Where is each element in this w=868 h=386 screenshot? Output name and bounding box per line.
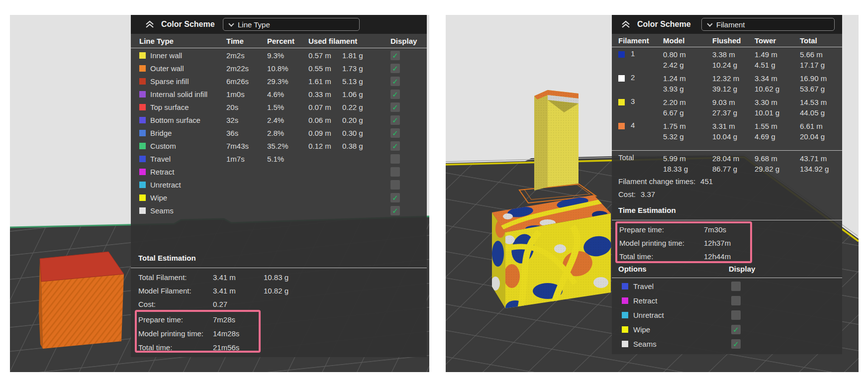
panel-title: Color Scheme bbox=[637, 20, 691, 29]
filament-stats-panel: Color Scheme Filament Filament Model Flu… bbox=[612, 15, 842, 354]
time-label: Model printing time: bbox=[619, 239, 704, 247]
table-row: Retract bbox=[131, 165, 427, 178]
display-checkbox[interactable]: ✓ bbox=[390, 115, 400, 125]
option-row: Retract bbox=[612, 293, 842, 308]
color-swatch bbox=[139, 52, 146, 59]
option-label: Retract bbox=[633, 296, 657, 305]
time-rows: Prepare time:7m28s Model printing time:1… bbox=[131, 312, 427, 354]
display-checkbox[interactable]: ✓ bbox=[390, 64, 400, 73]
time-label: Model printing time: bbox=[138, 329, 213, 338]
display-checkbox[interactable] bbox=[390, 180, 400, 190]
row-label: Internal solid infill bbox=[150, 90, 207, 98]
row-label: Unretract bbox=[150, 181, 181, 189]
color-scheme-dropdown[interactable]: Line Type bbox=[223, 18, 360, 31]
color-swatch bbox=[139, 207, 146, 214]
color-swatch bbox=[139, 65, 146, 72]
divider bbox=[612, 220, 842, 220]
color-swatch bbox=[622, 341, 628, 347]
color-swatch bbox=[139, 117, 146, 123]
right-screenshot: Color Scheme Filament Filament Model Flu… bbox=[446, 15, 859, 372]
row-label: Custom bbox=[150, 142, 176, 150]
table-row: 32.20 m6.67 g9.03 m27.37 g3.30 m10.01 g1… bbox=[612, 96, 842, 119]
display-checkbox[interactable] bbox=[390, 154, 400, 164]
filament-swatch bbox=[618, 75, 625, 82]
option-label: Travel bbox=[633, 282, 654, 290]
total-row: Total 5.99 m18.33 g 28.04 m86.77 g 9.68 … bbox=[612, 151, 842, 174]
row-label: Bottom surface bbox=[150, 116, 200, 124]
time-label: Total time: bbox=[138, 343, 213, 352]
display-checkbox[interactable]: ✓ bbox=[390, 206, 400, 215]
table-row: Wipe✓ bbox=[131, 191, 427, 204]
table-row: Bridge36s2.8%0.09 m0.30 g✓ bbox=[131, 126, 427, 139]
option-row: Wipe✓ bbox=[612, 322, 842, 337]
display-checkbox[interactable]: ✓ bbox=[390, 128, 400, 138]
chevron-down-icon bbox=[228, 21, 234, 26]
filament-number: 3 bbox=[631, 97, 635, 119]
table-row: Outer wall2m22s10.8%0.55 m1.73 g✓ bbox=[131, 62, 427, 75]
table-row: Custom7m43s35.2%0.12 m0.38 g✓ bbox=[131, 139, 427, 152]
time-value: 14m28s bbox=[213, 329, 239, 338]
stat-weight: 10.83 g bbox=[264, 273, 289, 282]
options-title: Options bbox=[618, 265, 647, 273]
option-row: Unretract bbox=[612, 308, 842, 322]
table-row: Unretract bbox=[131, 178, 427, 191]
row-label: Seams bbox=[150, 206, 174, 215]
display-checkbox[interactable]: ✓ bbox=[390, 51, 400, 60]
line-type-rows: Inner wall2m2s9.3%0.57 m1.81 g✓ Outer wa… bbox=[131, 49, 427, 217]
display-checkbox[interactable] bbox=[731, 310, 741, 320]
divider bbox=[612, 150, 842, 151]
page: Color Scheme Line Type Line Type Time Pe… bbox=[0, 0, 868, 386]
col-time: Time bbox=[226, 37, 267, 45]
divider bbox=[612, 47, 842, 47]
printed-cube-model[interactable] bbox=[39, 252, 124, 349]
display-checkbox[interactable]: ✓ bbox=[390, 77, 400, 86]
collapse-panel-icon[interactable] bbox=[145, 20, 155, 28]
row-label: Travel bbox=[150, 155, 171, 163]
stat-length: 3.41 m bbox=[213, 273, 264, 282]
display-checkbox[interactable] bbox=[731, 282, 741, 291]
color-swatch bbox=[622, 312, 628, 318]
color-swatch bbox=[139, 130, 146, 136]
cost-row: Cost: 3.37 bbox=[612, 188, 842, 200]
color-scheme-dropdown[interactable]: Filament bbox=[701, 18, 835, 31]
color-swatch bbox=[139, 143, 146, 149]
table-row: 41.75 m5.32 g3.31 m10.04 g1.55 m4.69 g6.… bbox=[612, 119, 842, 143]
display-checkbox[interactable] bbox=[731, 296, 741, 305]
table-row: 10.80 m2.42 g3.38 m10.24 g1.49 m4.51 g5.… bbox=[612, 48, 842, 72]
col-flushed: Flushed bbox=[712, 36, 755, 45]
collapse-panel-icon[interactable] bbox=[621, 20, 631, 28]
color-swatch bbox=[622, 326, 628, 333]
row-label: Bridge bbox=[150, 129, 172, 137]
row-label: Inner wall bbox=[150, 51, 182, 60]
display-checkbox[interactable]: ✓ bbox=[390, 90, 400, 99]
divider bbox=[612, 278, 842, 278]
time-value: 12h44m bbox=[704, 252, 731, 261]
table-row: Travel1m7s5.1% bbox=[131, 152, 427, 165]
display-checkbox[interactable]: ✓ bbox=[390, 141, 400, 151]
table-row: Seams✓ bbox=[131, 204, 427, 217]
display-checkbox[interactable]: ✓ bbox=[731, 339, 741, 349]
display-checkbox[interactable]: ✓ bbox=[731, 325, 741, 334]
color-swatch bbox=[139, 104, 146, 110]
display-checkbox[interactable]: ✓ bbox=[390, 193, 400, 202]
col-percent: Percent bbox=[267, 37, 308, 45]
panel-titlebar: Color Scheme Filament bbox=[612, 15, 842, 34]
row-label: Outer wall bbox=[150, 64, 184, 73]
table-row: Inner wall2m2s9.3%0.57 m1.81 g✓ bbox=[131, 49, 427, 62]
color-swatch bbox=[139, 78, 146, 85]
table-row: Sparse infill6m26s29.3%1.61 m5.13 g✓ bbox=[131, 75, 427, 88]
total-estimation-rows: Total Filament:3.41 m10.83 g Model Filam… bbox=[131, 271, 427, 311]
display-checkbox[interactable] bbox=[390, 167, 400, 177]
divider bbox=[131, 268, 427, 268]
col-used-filament: Used filament bbox=[308, 37, 390, 45]
time-value: 21m56s bbox=[213, 343, 239, 352]
filament-swatch bbox=[618, 51, 625, 58]
filament-rows: 10.80 m2.42 g3.38 m10.24 g1.49 m4.51 g5.… bbox=[612, 48, 842, 143]
option-row: Seams✓ bbox=[612, 337, 842, 351]
display-checkbox[interactable]: ✓ bbox=[390, 102, 400, 112]
color-swatch bbox=[139, 169, 146, 175]
options-rows: Travel Retract Unretract Wipe✓ Seams✓ bbox=[612, 279, 842, 351]
table-row: Bottom surface32s2.4%0.06 m0.20 g✓ bbox=[131, 113, 427, 126]
stat-value: 0.27 bbox=[213, 300, 264, 308]
col-filament: Filament bbox=[618, 36, 663, 45]
